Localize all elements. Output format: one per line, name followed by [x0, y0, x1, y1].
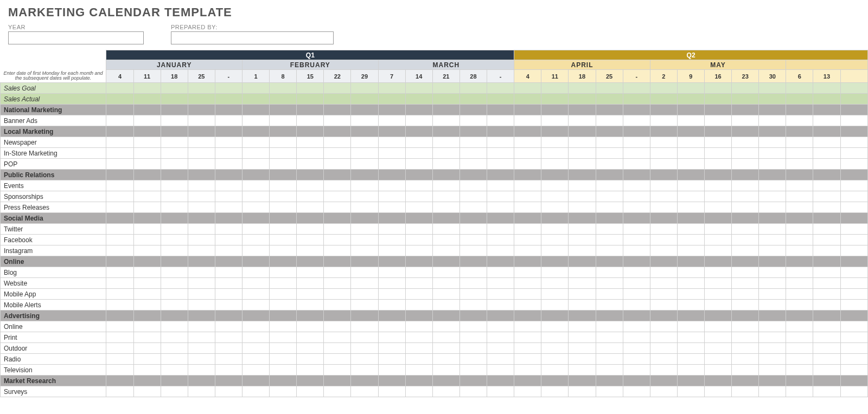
grid-cell[interactable]	[432, 94, 459, 105]
grid-cell[interactable]	[541, 126, 569, 137]
grid-cell[interactable]	[459, 105, 487, 115]
grid-cell[interactable]	[759, 332, 786, 343]
grid-cell[interactable]	[759, 376, 786, 386]
grid-cell[interactable]	[351, 386, 378, 397]
grid-cell[interactable]	[596, 321, 623, 332]
grid-cell[interactable]	[324, 224, 351, 235]
grid-cell[interactable]	[242, 321, 269, 332]
grid-cell[interactable]	[704, 376, 731, 386]
grid-cell[interactable]	[297, 300, 324, 310]
grid-cell[interactable]	[487, 376, 514, 386]
grid-cell[interactable]	[324, 213, 351, 224]
grid-cell[interactable]	[813, 170, 840, 180]
grid-cell[interactable]	[541, 170, 569, 180]
grid-cell[interactable]	[432, 126, 459, 137]
grid-cell[interactable]	[596, 235, 623, 245]
grid-cell[interactable]	[813, 180, 840, 191]
grid-cell[interactable]	[106, 376, 133, 386]
grid-cell[interactable]	[514, 310, 541, 321]
grid-cell[interactable]	[378, 365, 405, 376]
grid-cell[interactable]	[161, 170, 188, 180]
grid-cell[interactable]	[623, 170, 650, 180]
grid-cell[interactable]	[650, 310, 677, 321]
grid-cell[interactable]	[351, 180, 378, 191]
grid-cell[interactable]	[324, 256, 351, 267]
grid-cell[interactable]	[133, 115, 161, 126]
grid-cell[interactable]	[297, 105, 324, 115]
grid-cell[interactable]	[650, 332, 677, 343]
grid-cell[interactable]	[432, 256, 459, 267]
grid-cell[interactable]	[378, 170, 405, 180]
grid-cell[interactable]	[324, 376, 351, 386]
grid-cell[interactable]	[759, 224, 786, 235]
grid-cell[interactable]	[270, 354, 297, 365]
grid-cell[interactable]	[432, 289, 459, 300]
grid-cell[interactable]	[840, 83, 867, 94]
grid-cell[interactable]	[270, 278, 297, 289]
grid-cell[interactable]	[569, 213, 596, 224]
grid-cell[interactable]	[487, 180, 514, 191]
grid-cell[interactable]	[786, 213, 813, 224]
grid-cell[interactable]	[759, 180, 786, 191]
grid-cell[interactable]	[840, 115, 867, 126]
grid-cell[interactable]	[732, 126, 759, 137]
grid-cell[interactable]	[405, 354, 432, 365]
grid-cell[interactable]	[677, 235, 704, 245]
grid-cell[interactable]	[487, 267, 514, 278]
grid-cell[interactable]	[378, 105, 405, 115]
grid-cell[interactable]	[732, 180, 759, 191]
grid-cell[interactable]	[704, 289, 731, 300]
grid-cell[interactable]	[133, 202, 161, 213]
grid-cell[interactable]	[704, 354, 731, 365]
grid-cell[interactable]	[459, 159, 487, 170]
grid-cell[interactable]	[786, 137, 813, 148]
grid-cell[interactable]	[596, 94, 623, 105]
grid-cell[interactable]	[459, 115, 487, 126]
grid-cell[interactable]	[270, 332, 297, 343]
grid-cell[interactable]	[432, 235, 459, 245]
grid-cell[interactable]	[405, 300, 432, 310]
grid-cell[interactable]	[106, 267, 133, 278]
grid-cell[interactable]	[242, 170, 269, 180]
grid-cell[interactable]	[378, 343, 405, 354]
grid-cell[interactable]	[378, 202, 405, 213]
grid-cell[interactable]	[813, 224, 840, 235]
grid-cell[interactable]	[188, 202, 215, 213]
grid-cell[interactable]	[161, 94, 188, 105]
grid-cell[interactable]	[569, 224, 596, 235]
grid-cell[interactable]	[270, 343, 297, 354]
grid-cell[interactable]	[732, 83, 759, 94]
grid-cell[interactable]	[133, 256, 161, 267]
grid-cell[interactable]	[297, 354, 324, 365]
grid-cell[interactable]	[324, 159, 351, 170]
grid-cell[interactable]	[487, 170, 514, 180]
grid-cell[interactable]	[432, 343, 459, 354]
grid-cell[interactable]	[623, 256, 650, 267]
grid-cell[interactable]	[351, 300, 378, 310]
grid-cell[interactable]	[297, 245, 324, 256]
grid-cell[interactable]	[786, 343, 813, 354]
grid-cell[interactable]	[242, 376, 269, 386]
grid-cell[interactable]	[215, 332, 242, 343]
grid-cell[interactable]	[133, 245, 161, 256]
grid-cell[interactable]	[432, 386, 459, 397]
grid-cell[interactable]	[786, 321, 813, 332]
grid-cell[interactable]	[596, 224, 623, 235]
grid-cell[interactable]	[840, 321, 867, 332]
grid-cell[interactable]	[405, 310, 432, 321]
grid-cell[interactable]	[623, 354, 650, 365]
grid-cell[interactable]	[297, 278, 324, 289]
grid-cell[interactable]	[459, 224, 487, 235]
grid-cell[interactable]	[650, 137, 677, 148]
grid-cell[interactable]	[188, 321, 215, 332]
grid-cell[interactable]	[106, 137, 133, 148]
grid-cell[interactable]	[487, 224, 514, 235]
grid-cell[interactable]	[541, 202, 569, 213]
grid-cell[interactable]	[541, 310, 569, 321]
grid-cell[interactable]	[324, 386, 351, 397]
grid-cell[interactable]	[188, 213, 215, 224]
grid-cell[interactable]	[569, 202, 596, 213]
grid-cell[interactable]	[242, 278, 269, 289]
grid-cell[interactable]	[732, 332, 759, 343]
grid-cell[interactable]	[432, 354, 459, 365]
